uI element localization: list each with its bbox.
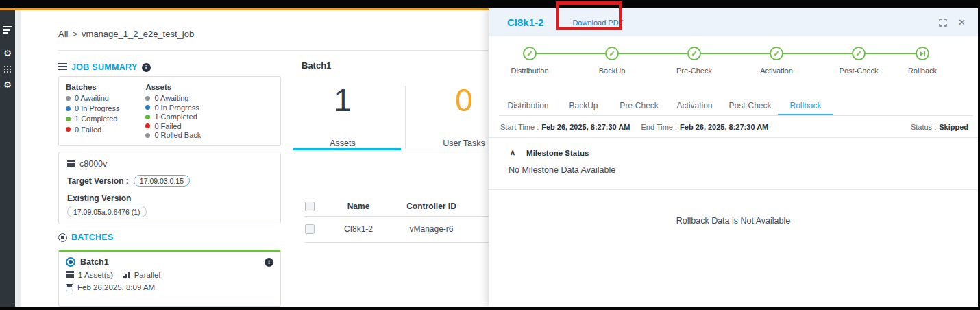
job-summary-card: Batches 0 Awaiting 0 In Progress 1 Compl… bbox=[58, 76, 281, 146]
close-icon[interactable]: ✕ bbox=[958, 17, 966, 27]
device-name: c8000v bbox=[79, 159, 107, 169]
assets-column-title: Assets bbox=[145, 83, 201, 91]
sidebar-gutter bbox=[15, 10, 21, 307]
column-header-name: Name bbox=[327, 202, 390, 211]
tab-activation[interactable]: Activation bbox=[667, 96, 722, 115]
assets-status-in-progress: 0 In Progress bbox=[145, 104, 201, 112]
tab-assets[interactable]: Assets bbox=[289, 139, 397, 148]
select-all-checkbox[interactable] bbox=[305, 202, 315, 211]
expand-icon[interactable] bbox=[939, 19, 947, 27]
download-pdf-button[interactable]: Download PDF bbox=[572, 19, 623, 27]
start-time-value: Feb 26, 2025, 8:27:30 AM bbox=[541, 123, 630, 131]
tab-precheck[interactable]: Pre-Check bbox=[611, 96, 667, 115]
left-sidebar: ⚙ ⚙ bbox=[0, 10, 15, 307]
batch-card[interactable]: Batch1 i 1 Asset(s) Parallel Feb 26,2025… bbox=[58, 250, 281, 307]
panel-header: CI8k1-2 Download PDF ✕ bbox=[489, 8, 978, 36]
batches-section-header: BATCHES bbox=[58, 232, 114, 242]
breadcrumb-current: vmanage_1_2_e2e_test_job bbox=[82, 29, 194, 39]
batches-status-failed: 0 Failed bbox=[66, 126, 119, 134]
tab-backup[interactable]: BackUp bbox=[556, 96, 611, 115]
step-activation-done[interactable]: ✓ bbox=[770, 47, 783, 60]
step-label-postcheck: Post-Check bbox=[824, 67, 893, 75]
breadcrumb-divider bbox=[58, 50, 495, 51]
bottom-black-bar bbox=[0, 307, 980, 310]
tab-distribution[interactable]: Distribution bbox=[500, 96, 556, 115]
row-checkbox[interactable] bbox=[305, 224, 315, 234]
panel-header-actions: ✕ bbox=[939, 17, 966, 27]
stats-divider bbox=[405, 86, 406, 149]
gray-dot-icon bbox=[145, 133, 150, 138]
step-precheck-done[interactable]: ✓ bbox=[687, 47, 701, 60]
status-label: Status : bbox=[911, 123, 936, 131]
asset-name-cell[interactable]: CI8k1-2 bbox=[327, 224, 390, 234]
parallel-chart-icon bbox=[123, 272, 130, 278]
tab-postcheck[interactable]: Post-Check bbox=[722, 96, 778, 115]
job-summary-info-icon[interactable]: i bbox=[142, 63, 151, 72]
step-rollback-skipped[interactable] bbox=[916, 47, 929, 60]
batch-card-meta-row: 1 Asset(s) Parallel bbox=[66, 271, 273, 279]
assets-status-awaiting: 0 Awaiting bbox=[145, 94, 201, 102]
tab-rollback-active[interactable]: Rollback bbox=[778, 96, 833, 115]
table-row-divider bbox=[305, 242, 509, 243]
table-header-divider bbox=[305, 216, 509, 217]
chevron-up-icon: ∧ bbox=[510, 148, 515, 157]
batch-card-title-row: Batch1 i bbox=[66, 257, 273, 267]
check-icon: ✓ bbox=[609, 50, 615, 58]
batch-card-name: Batch1 bbox=[80, 257, 260, 267]
rollback-empty-message: Rollback Data is Not Available bbox=[489, 216, 978, 226]
blue-dot-icon bbox=[145, 105, 150, 110]
phase-tabs-baseline bbox=[499, 115, 973, 116]
milestone-status-toggle[interactable]: ∧ Milestone Status bbox=[510, 148, 589, 157]
assets-count-value: 1 bbox=[289, 84, 397, 116]
device-row: c8000v bbox=[67, 159, 272, 169]
start-time-label: Start Time : bbox=[500, 123, 539, 131]
menu-icon[interactable] bbox=[0, 24, 15, 38]
device-version-card: c8000v Target Version : 17.09.03.0.15 Ex… bbox=[58, 152, 281, 224]
step-label-precheck: Pre-Check bbox=[660, 67, 728, 75]
batch-info-icon[interactable]: i bbox=[265, 258, 273, 267]
batches-section-icon bbox=[58, 233, 67, 242]
batch-detail-title: Batch1 bbox=[302, 60, 331, 71]
green-dot-icon bbox=[145, 115, 150, 119]
radio-selected-icon[interactable] bbox=[66, 257, 75, 267]
orange-accent-bar bbox=[0, 8, 489, 10]
settings-gear-icon[interactable]: ⚙ bbox=[0, 46, 15, 60]
batches-section-title: BATCHES bbox=[71, 232, 114, 242]
admin-gear-icon[interactable]: ⚙ bbox=[0, 78, 15, 91]
batches-status-completed: 1 Completed bbox=[66, 115, 119, 123]
step-distribution-done[interactable]: ✓ bbox=[523, 47, 537, 60]
assets-stack-icon bbox=[66, 271, 74, 278]
controller-id-cell: vManage-r6 bbox=[395, 224, 467, 234]
skip-icon bbox=[920, 47, 926, 60]
batch-mode: Parallel bbox=[134, 271, 160, 279]
asset-detail-panel: CI8k1-2 Download PDF ✕ ✓ ✓ ✓ ✓ ✓ Distrib… bbox=[489, 8, 978, 307]
apps-grid-icon[interactable] bbox=[0, 62, 15, 76]
target-version-pill: 17.09.03.0.15 bbox=[134, 175, 190, 187]
existing-version-pill: 17.09.05a.0.6476 (1) bbox=[67, 206, 147, 217]
phase-tabs: Distribution BackUp Pre-Check Activation… bbox=[500, 96, 833, 115]
breadcrumb-root[interactable]: All bbox=[58, 29, 68, 39]
target-version-row: Target Version : 17.09.03.0.15 bbox=[67, 175, 272, 187]
breadcrumb-separator: > bbox=[72, 29, 77, 39]
assets-tab-active-underline bbox=[293, 148, 401, 150]
step-label-distribution: Distribution bbox=[495, 67, 564, 75]
red-dot-icon bbox=[66, 127, 71, 132]
gray-dot-icon bbox=[66, 96, 71, 101]
step-label-backup: BackUp bbox=[578, 67, 646, 75]
step-label-rollback: Rollback bbox=[888, 67, 957, 75]
app-root: ⚙ ⚙ All>vmanage_1_2_e2e_test_job JOB SUM… bbox=[0, 0, 980, 310]
batch-assets-count: 1 Asset(s) bbox=[78, 271, 113, 279]
job-summary-header: JOB SUMMARY i bbox=[58, 62, 151, 72]
step-backup-done[interactable]: ✓ bbox=[605, 47, 619, 60]
end-time-label: End Time : bbox=[641, 123, 677, 131]
check-icon: ✓ bbox=[773, 50, 779, 58]
status-value: Skipped bbox=[939, 123, 968, 131]
batches-column: Batches 0 Awaiting 0 In Progress 1 Compl… bbox=[66, 83, 119, 139]
assets-status-completed: 1 Completed bbox=[145, 112, 201, 121]
batch-date: Feb 26,2025, 8:09 AM bbox=[77, 283, 155, 291]
batches-status-awaiting: 0 Awaiting bbox=[66, 94, 119, 102]
device-stack-icon bbox=[67, 160, 75, 167]
step-postcheck-done[interactable]: ✓ bbox=[852, 47, 866, 60]
batches-column-title: Batches bbox=[66, 83, 119, 91]
green-dot-icon bbox=[66, 117, 71, 121]
